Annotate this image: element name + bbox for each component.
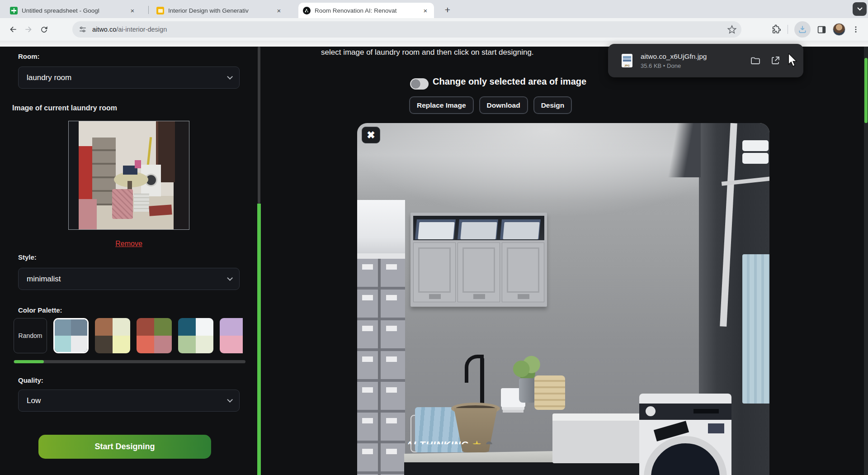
style-label: Style: xyxy=(18,253,37,261)
watermark-dot xyxy=(486,442,492,444)
browser-window: Untitled spreadsheet - Googl × Interior … xyxy=(0,0,868,475)
tab-interior-design[interactable]: Interior Design with Generativ × xyxy=(152,3,288,18)
browser-toolbar: aitwo.co/ai-interior-design xyxy=(0,18,868,41)
tab-spreadsheet[interactable]: Untitled spreadsheet - Googl × xyxy=(5,3,141,18)
tab-close-icon[interactable]: × xyxy=(421,6,429,14)
close-image-button[interactable]: ✖ xyxy=(362,127,380,143)
sidebar-divider-green[interactable] xyxy=(257,204,261,475)
site-settings-icon[interactable] xyxy=(79,25,87,33)
tab-strip: Untitled spreadsheet - Googl × Interior … xyxy=(0,0,868,18)
current-image-label: Image of current laundry room xyxy=(12,104,117,112)
palette-random-button[interactable]: Random xyxy=(14,318,47,353)
action-button-row: Replace Image Download Design xyxy=(409,96,572,114)
photo-washer-chip xyxy=(708,423,724,433)
photo-cabinet-door xyxy=(458,242,500,302)
toolbar-right-group xyxy=(771,18,868,41)
aitwo-logo-icon xyxy=(303,7,311,14)
url-text[interactable]: aitwo.co/ai-interior-design xyxy=(92,26,727,33)
quality-label: Quality: xyxy=(18,376,43,384)
mouse-cursor xyxy=(788,53,799,67)
photo-under-counter xyxy=(404,462,657,475)
photo-drawer-labels xyxy=(386,259,397,475)
palette-swatch-5[interactable] xyxy=(220,318,243,353)
photo-drawer-stack xyxy=(357,200,405,475)
palette-swatch-4[interactable] xyxy=(178,318,213,353)
new-tab-button[interactable]: + xyxy=(441,4,454,16)
download-icon xyxy=(798,25,807,34)
photo-dark-corner xyxy=(656,123,701,177)
downloads-button[interactable] xyxy=(794,21,811,38)
page-scrollbar-thumb[interactable] xyxy=(864,58,868,123)
download-notification[interactable]: aitwo.co_x6UjGfn.jpg 35.6 KB • Done xyxy=(608,44,803,77)
palette-scrollbar[interactable] xyxy=(14,360,245,363)
instruction-text: select image of laundry room and then cl… xyxy=(321,48,534,57)
photo-bin-front xyxy=(503,222,539,239)
chevron-down-icon xyxy=(227,397,233,403)
tab-close-icon[interactable]: × xyxy=(128,6,137,14)
photo-cabinet-door xyxy=(413,242,456,302)
download-info: aitwo.co_x6UjGfn.jpg 35.6 KB • Done xyxy=(641,52,750,69)
palette-swatch-3[interactable] xyxy=(137,318,172,353)
result-image: ✖ xyxy=(357,123,769,475)
thumb-red-mat xyxy=(149,204,172,216)
open-in-new-icon[interactable] xyxy=(770,55,781,66)
google-sheets-icon xyxy=(10,7,18,14)
thumb-right-bar xyxy=(174,121,189,230)
thumb-left-bar xyxy=(69,121,79,230)
photo-white-cabinet xyxy=(552,413,641,463)
style-select-value: minimalist xyxy=(27,275,61,284)
download-status: 35.6 KB • Done xyxy=(641,62,750,69)
side-panel-icon[interactable] xyxy=(817,25,826,34)
style-select[interactable]: minimalist xyxy=(18,268,240,290)
file-jpg-icon xyxy=(622,54,632,67)
palette-list: Random xyxy=(14,318,243,355)
color-palette-label: Color Palette: xyxy=(18,306,62,314)
forward-arrow-icon xyxy=(24,25,33,34)
thumb-bottles xyxy=(135,160,141,168)
bookmark-star-icon[interactable] xyxy=(727,24,737,34)
selected-area-toggle[interactable] xyxy=(410,78,429,90)
download-actions xyxy=(750,55,781,66)
menu-kebab-icon[interactable] xyxy=(852,25,860,33)
tab-room-renovation-active[interactable]: Room Renovation AI: Renovat × xyxy=(298,3,434,18)
start-designing-button[interactable]: Start Designing xyxy=(38,435,211,459)
chevron-down-icon xyxy=(227,275,233,281)
reload-icon xyxy=(40,25,48,34)
palette-swatch-2[interactable] xyxy=(95,318,130,353)
photo-washer-buttons xyxy=(693,409,719,413)
quality-select-value: Low xyxy=(27,396,41,405)
toolbar-divider xyxy=(788,25,788,34)
room-photo-thumbnail[interactable] xyxy=(68,121,189,230)
remove-image-link[interactable]: Remove xyxy=(68,240,189,248)
room-select[interactable]: laundry room xyxy=(18,66,240,89)
download-filename: aitwo.co_x6UjGfn.jpg xyxy=(641,52,750,61)
tab-separator xyxy=(148,6,149,14)
quality-select[interactable]: Low xyxy=(18,390,240,412)
palette-swatch-1[interactable] xyxy=(53,318,89,353)
palette-scrollbar-thumb[interactable] xyxy=(14,360,44,363)
forward-button[interactable] xyxy=(21,22,36,37)
thumb-pink-basket xyxy=(112,189,133,219)
tab-close-icon[interactable]: × xyxy=(275,6,283,14)
room-label: Room: xyxy=(18,52,40,60)
address-bar[interactable]: aitwo.co/ai-interior-design xyxy=(72,21,741,38)
extensions-puzzle-icon[interactable] xyxy=(771,24,781,34)
photo-woven-basket xyxy=(534,375,565,410)
sidebar-scrollbar-thumb[interactable] xyxy=(258,47,260,204)
watermark-text: AI THINKING★ xyxy=(406,439,505,444)
photo-open-shelf xyxy=(413,216,544,240)
profile-avatar[interactable] xyxy=(833,23,845,36)
toggle-knob[interactable] xyxy=(410,79,421,89)
design-button[interactable]: Design xyxy=(533,96,572,114)
show-in-folder-icon[interactable] xyxy=(750,55,761,66)
download-button[interactable]: Download xyxy=(479,96,528,114)
replace-image-button[interactable]: Replace Image xyxy=(409,96,474,114)
reload-button[interactable] xyxy=(36,22,52,37)
photo-washer-door xyxy=(644,436,727,475)
url-host: aitwo.co xyxy=(92,26,116,33)
photo-shelf-line xyxy=(357,253,405,259)
room-select-value: laundry room xyxy=(27,73,71,82)
photo-hanging-towel xyxy=(742,254,769,404)
tab-search-button[interactable] xyxy=(853,2,867,16)
back-button[interactable] xyxy=(5,22,21,37)
